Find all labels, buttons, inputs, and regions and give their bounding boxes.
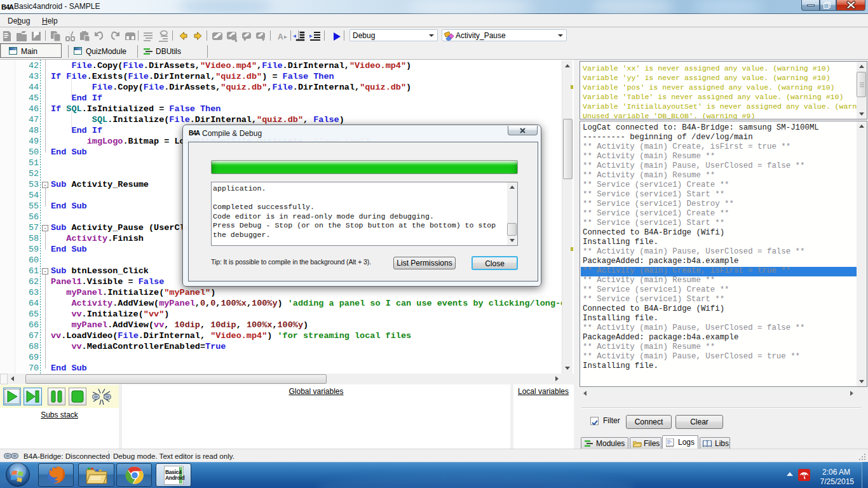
svg-text:A: A <box>278 32 283 41</box>
